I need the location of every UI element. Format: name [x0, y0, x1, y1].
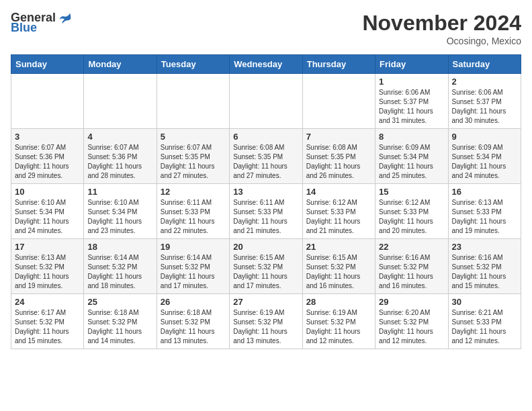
page-header: General Blue November 2024 Ocosingo, Mex… — [11, 11, 521, 46]
calendar-day-cell: 15Sunrise: 6:12 AM Sunset: 5:33 PM Dayli… — [375, 184, 448, 239]
weekday-header-saturday: Saturday — [448, 55, 521, 74]
calendar-day-cell: 28Sunrise: 6:19 AM Sunset: 5:32 PM Dayli… — [302, 294, 375, 349]
day-info: Sunrise: 6:19 AM Sunset: 5:32 PM Dayligh… — [306, 308, 371, 346]
day-info: Sunrise: 6:20 AM Sunset: 5:32 PM Dayligh… — [379, 308, 444, 346]
logo-bird-icon — [58, 11, 72, 25]
weekday-header-thursday: Thursday — [302, 55, 375, 74]
day-number: 19 — [161, 242, 226, 252]
calendar-day-cell: 13Sunrise: 6:11 AM Sunset: 5:33 PM Dayli… — [230, 184, 302, 239]
calendar-day-cell: 30Sunrise: 6:21 AM Sunset: 5:33 PM Dayli… — [448, 294, 521, 349]
day-number: 22 — [379, 242, 444, 252]
logo: General Blue — [11, 11, 72, 35]
day-number: 5 — [161, 132, 226, 142]
day-number: 29 — [379, 297, 444, 307]
day-number: 27 — [233, 297, 298, 307]
calendar-day-cell: 22Sunrise: 6:16 AM Sunset: 5:32 PM Dayli… — [375, 239, 448, 294]
day-info: Sunrise: 6:14 AM Sunset: 5:32 PM Dayligh… — [161, 253, 226, 291]
day-number: 1 — [379, 77, 444, 87]
day-number: 13 — [233, 187, 298, 197]
calendar-day-cell: 24Sunrise: 6:17 AM Sunset: 5:32 PM Dayli… — [11, 294, 84, 349]
calendar-day-cell: 3Sunrise: 6:07 AM Sunset: 5:36 PM Daylig… — [11, 129, 84, 184]
day-info: Sunrise: 6:09 AM Sunset: 5:34 PM Dayligh… — [452, 143, 517, 181]
calendar-day-cell — [230, 74, 302, 129]
calendar-table: SundayMondayTuesdayWednesdayThursdayFrid… — [11, 54, 521, 349]
day-number: 3 — [15, 132, 80, 142]
logo-blue-text: Blue — [11, 21, 37, 35]
calendar-day-cell: 12Sunrise: 6:11 AM Sunset: 5:33 PM Dayli… — [157, 184, 229, 239]
day-info: Sunrise: 6:06 AM Sunset: 5:37 PM Dayligh… — [379, 88, 444, 126]
day-number: 24 — [15, 297, 80, 307]
calendar-day-cell: 27Sunrise: 6:19 AM Sunset: 5:32 PM Dayli… — [230, 294, 302, 349]
calendar-day-cell — [84, 74, 157, 129]
calendar-day-cell: 2Sunrise: 6:06 AM Sunset: 5:37 PM Daylig… — [448, 74, 521, 129]
day-number: 21 — [306, 242, 371, 252]
day-info: Sunrise: 6:08 AM Sunset: 5:35 PM Dayligh… — [233, 143, 298, 181]
day-info: Sunrise: 6:07 AM Sunset: 5:35 PM Dayligh… — [161, 143, 226, 181]
day-number: 11 — [87, 187, 152, 197]
calendar-day-cell — [302, 74, 375, 129]
calendar-week-row: 3Sunrise: 6:07 AM Sunset: 5:36 PM Daylig… — [11, 129, 521, 184]
day-number: 6 — [233, 132, 298, 142]
day-info: Sunrise: 6:17 AM Sunset: 5:32 PM Dayligh… — [15, 308, 80, 346]
calendar-day-cell: 17Sunrise: 6:13 AM Sunset: 5:32 PM Dayli… — [11, 239, 84, 294]
day-number: 10 — [15, 187, 80, 197]
day-number: 16 — [452, 187, 517, 197]
day-number: 26 — [161, 297, 226, 307]
weekday-header-row: SundayMondayTuesdayWednesdayThursdayFrid… — [11, 55, 521, 74]
calendar-day-cell — [157, 74, 229, 129]
day-number: 17 — [15, 242, 80, 252]
day-info: Sunrise: 6:06 AM Sunset: 5:37 PM Dayligh… — [452, 88, 517, 126]
calendar-day-cell: 1Sunrise: 6:06 AM Sunset: 5:37 PM Daylig… — [375, 74, 448, 129]
location-subtitle: Ocosingo, Mexico — [362, 36, 521, 46]
day-info: Sunrise: 6:09 AM Sunset: 5:34 PM Dayligh… — [379, 143, 444, 181]
calendar-day-cell — [11, 74, 84, 129]
weekday-header-sunday: Sunday — [11, 55, 84, 74]
day-info: Sunrise: 6:21 AM Sunset: 5:33 PM Dayligh… — [452, 308, 517, 346]
day-number: 20 — [233, 242, 298, 252]
day-number: 9 — [452, 132, 517, 142]
day-info: Sunrise: 6:10 AM Sunset: 5:34 PM Dayligh… — [87, 198, 152, 236]
calendar-day-cell: 16Sunrise: 6:13 AM Sunset: 5:33 PM Dayli… — [448, 184, 521, 239]
calendar-week-row: 10Sunrise: 6:10 AM Sunset: 5:34 PM Dayli… — [11, 184, 521, 239]
day-number: 14 — [306, 187, 371, 197]
day-info: Sunrise: 6:18 AM Sunset: 5:32 PM Dayligh… — [87, 308, 152, 346]
day-info: Sunrise: 6:11 AM Sunset: 5:33 PM Dayligh… — [233, 198, 298, 236]
day-number: 2 — [452, 77, 517, 87]
day-info: Sunrise: 6:12 AM Sunset: 5:33 PM Dayligh… — [306, 198, 371, 236]
day-info: Sunrise: 6:16 AM Sunset: 5:32 PM Dayligh… — [452, 253, 517, 291]
day-info: Sunrise: 6:15 AM Sunset: 5:32 PM Dayligh… — [233, 253, 298, 291]
title-area: November 2024 Ocosingo, Mexico — [362, 11, 521, 46]
calendar-day-cell: 29Sunrise: 6:20 AM Sunset: 5:32 PM Dayli… — [375, 294, 448, 349]
day-number: 25 — [87, 297, 152, 307]
calendar-day-cell: 7Sunrise: 6:08 AM Sunset: 5:35 PM Daylig… — [302, 129, 375, 184]
calendar-day-cell: 20Sunrise: 6:15 AM Sunset: 5:32 PM Dayli… — [230, 239, 302, 294]
day-number: 12 — [161, 187, 226, 197]
day-number: 23 — [452, 242, 517, 252]
weekday-header-wednesday: Wednesday — [230, 55, 302, 74]
calendar-day-cell: 6Sunrise: 6:08 AM Sunset: 5:35 PM Daylig… — [230, 129, 302, 184]
calendar-day-cell: 5Sunrise: 6:07 AM Sunset: 5:35 PM Daylig… — [157, 129, 229, 184]
day-info: Sunrise: 6:16 AM Sunset: 5:32 PM Dayligh… — [379, 253, 444, 291]
weekday-header-friday: Friday — [375, 55, 448, 74]
day-info: Sunrise: 6:10 AM Sunset: 5:34 PM Dayligh… — [15, 198, 80, 236]
calendar-day-cell: 18Sunrise: 6:14 AM Sunset: 5:32 PM Dayli… — [84, 239, 157, 294]
calendar-week-row: 17Sunrise: 6:13 AM Sunset: 5:32 PM Dayli… — [11, 239, 521, 294]
calendar-day-cell: 21Sunrise: 6:15 AM Sunset: 5:32 PM Dayli… — [302, 239, 375, 294]
calendar-day-cell: 10Sunrise: 6:10 AM Sunset: 5:34 PM Dayli… — [11, 184, 84, 239]
day-info: Sunrise: 6:14 AM Sunset: 5:32 PM Dayligh… — [87, 253, 152, 291]
calendar-day-cell: 19Sunrise: 6:14 AM Sunset: 5:32 PM Dayli… — [157, 239, 229, 294]
month-title: November 2024 — [362, 11, 521, 36]
day-number: 18 — [87, 242, 152, 252]
weekday-header-monday: Monday — [84, 55, 157, 74]
day-info: Sunrise: 6:07 AM Sunset: 5:36 PM Dayligh… — [15, 143, 80, 181]
day-info: Sunrise: 6:19 AM Sunset: 5:32 PM Dayligh… — [233, 308, 298, 346]
day-number: 4 — [87, 132, 152, 142]
day-info: Sunrise: 6:07 AM Sunset: 5:36 PM Dayligh… — [87, 143, 152, 181]
day-info: Sunrise: 6:11 AM Sunset: 5:33 PM Dayligh… — [161, 198, 226, 236]
calendar-week-row: 1Sunrise: 6:06 AM Sunset: 5:37 PM Daylig… — [11, 74, 521, 129]
calendar-day-cell: 14Sunrise: 6:12 AM Sunset: 5:33 PM Dayli… — [302, 184, 375, 239]
day-info: Sunrise: 6:08 AM Sunset: 5:35 PM Dayligh… — [306, 143, 371, 181]
calendar-week-row: 24Sunrise: 6:17 AM Sunset: 5:32 PM Dayli… — [11, 294, 521, 349]
calendar-day-cell: 9Sunrise: 6:09 AM Sunset: 5:34 PM Daylig… — [448, 129, 521, 184]
day-number: 28 — [306, 297, 371, 307]
